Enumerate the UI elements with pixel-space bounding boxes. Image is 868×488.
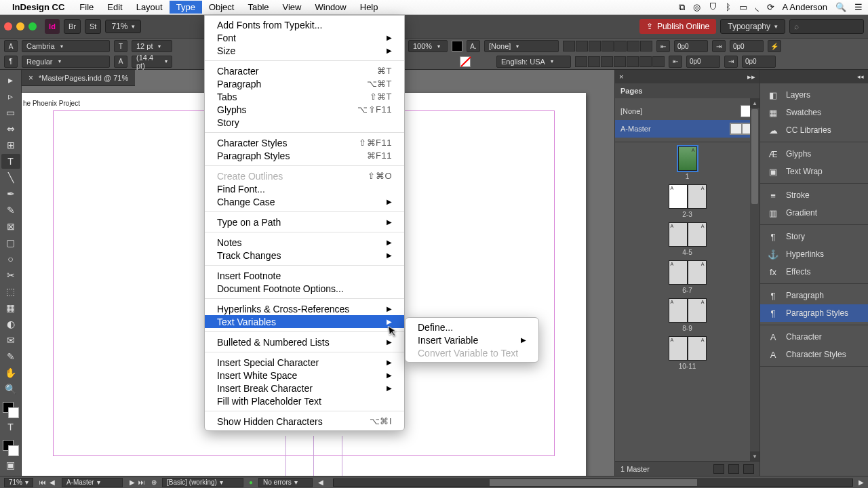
menuitem-character-styles[interactable]: Character Styles⇧⌘F11 [205,136,404,149]
menuitem-paragraph[interactable]: Paragraph⌥⌘T [205,77,404,90]
spread-6-7[interactable]: AA 6-7 [669,260,707,294]
document-tab[interactable]: × *MasterPages.indd @ 71% [22,70,135,86]
menu-help[interactable]: Help [353,1,385,14]
screencast-icon[interactable]: ⧉ [679,2,685,13]
pages-panel-header[interactable]: Pages [615,83,760,98]
panel-glyphs[interactable]: ÆGlyphs [760,145,868,163]
menuitem-find-font[interactable]: Find Font... [205,182,404,195]
stock-button[interactable]: St [85,19,101,34]
master-a[interactable]: A-Master [615,120,760,138]
spread-8-9[interactable]: AA 8-9 [669,298,707,332]
menuitem-type-on-a-path[interactable]: Type on a Path▶ [205,216,404,228]
ellipse-tool[interactable]: ○ [1,251,20,266]
indent-left-input[interactable]: 0p0 [674,40,708,52]
sync-icon[interactable]: ⟳ [767,2,774,12]
master-none[interactable]: [None] [620,102,754,120]
page-nav-fwd[interactable]: ▶⏭ [128,479,146,486]
align-buttons-2[interactable] [575,56,665,67]
charstyle-dropdown[interactable]: [None] [484,40,559,52]
rectangle-frame-tool[interactable]: ⊠ [1,219,20,234]
page-tool[interactable]: ▭ [1,105,20,120]
app-name[interactable]: InDesign CC [12,2,64,12]
submenuitem-insert-variable[interactable]: Insert Variable▶ [406,333,538,346]
zoom-tool[interactable]: 🔍 [1,382,20,396]
scroll-thumb[interactable] [751,109,758,204]
selection-tool[interactable]: ▸ [1,73,20,87]
panel-character-styles[interactable]: ACharacter Styles [760,346,868,363]
publish-online-button[interactable]: ⇪ Publish Online [639,19,716,34]
char-mode-icon[interactable]: A [4,40,18,52]
font-style-dropdown[interactable]: Regular [22,56,110,68]
para-mode-icon[interactable]: ¶ [4,56,18,68]
menuitem-tabs[interactable]: Tabs⇧⌘T [205,90,404,103]
note-tool[interactable]: ✉ [1,333,20,348]
rectangle-tool[interactable]: ▢ [1,235,20,250]
page-nav[interactable]: ⏮◀ [39,479,56,486]
eyedropper-tool[interactable]: ✎ [1,349,20,364]
panel-stroke[interactable]: ≡Stroke [760,186,868,204]
preflight-profile-dropdown[interactable]: [Basic] (working) ▾ [162,478,243,487]
submenuitem-define[interactable]: Define... [406,321,538,333]
menu-object[interactable]: Object [202,1,241,14]
panel-swatches[interactable]: ▦Swatches [760,104,868,121]
dock-collapse-icon[interactable]: ◂◂ [760,70,868,83]
menu-edit[interactable]: Edit [100,1,129,14]
panel-close-icon[interactable]: × [619,73,623,81]
menuitem-document-footnote-options[interactable]: Document Footnote Options... [205,282,404,295]
minimize-window-button[interactable] [16,22,24,30]
help-search-input[interactable]: ⌕ [789,19,864,34]
align-buttons[interactable] [563,41,652,52]
indent-last-input[interactable]: 0p0 [742,56,776,68]
scissors-tool[interactable]: ✂ [1,268,20,283]
menuitem-add-fonts-from-typekit[interactable]: Add Fonts from Typekit... [205,18,404,31]
menu-view[interactable]: View [276,1,309,14]
edit-page-size-button[interactable] [713,464,724,474]
type-tool[interactable]: T [1,154,20,169]
status-zoom-dropdown[interactable]: 71% ▾ [4,478,33,487]
spread-2-3[interactable]: AA 2-3 [669,184,707,218]
gradient-tool[interactable]: ▦ [1,300,20,315]
menuitem-show-hidden-characters[interactable]: Show Hidden Characters⌥⌘I [205,415,404,428]
gap-tool[interactable]: ⇔ [1,121,20,136]
menuitem-character[interactable]: Character⌘T [205,64,404,77]
menuitem-glyphs[interactable]: Glyphs⌥⇧F11 [205,103,404,116]
scroll-down-icon[interactable]: ▼ [750,451,760,461]
menu-window[interactable]: Window [309,1,353,14]
menu-layout[interactable]: Layout [130,1,170,14]
zoom-dropdown[interactable]: 71% [105,20,141,33]
scroll-left-icon[interactable]: ◀ [318,479,323,486]
indent-first-input[interactable]: 0p0 [730,40,764,52]
panel-cc-libraries[interactable]: ☁CC Libraries [760,121,868,139]
bolt-icon[interactable]: ⚡ [768,40,781,52]
stroke-swatch[interactable] [460,56,471,67]
menuitem-bulleted-numbered-lists[interactable]: Bulleted & Numbered Lists▶ [205,336,404,348]
menuitem-notes[interactable]: Notes▶ [205,236,404,249]
panel-story[interactable]: ¶Story [760,228,868,245]
default-colors[interactable] [3,440,19,456]
line-tool[interactable]: ╲ [1,170,20,185]
menu-extras-icon[interactable]: ☰ [854,2,863,12]
menu-table[interactable]: Table [241,1,275,14]
panel-gradient[interactable]: ▥Gradient [760,204,868,222]
workspace-dropdown[interactable]: Typography [720,19,785,34]
menu-file[interactable]: File [73,1,100,14]
fill-stroke-swatches[interactable] [3,402,19,418]
preflight-errors-dropdown[interactable]: No errors ▾ [258,478,313,487]
panel-hyperlinks[interactable]: ⚓Hyperlinks [760,245,868,263]
panel-paragraph-styles[interactable]: ¶Paragraph Styles [760,304,868,322]
shield-icon[interactable]: ⛉ [709,2,717,12]
indent-right-input[interactable]: 0p0 [686,56,720,68]
bridge-button[interactable]: Br [64,19,81,34]
menuitem-insert-white-space[interactable]: Insert White Space▶ [205,369,404,382]
font-size-dropdown[interactable]: 12 pt [132,40,172,52]
pages-list[interactable]: A 1 AA 2-3 AA 4-5 AA 6-7 AA 8-9 AA 10-11 [615,142,760,461]
pen-tool[interactable]: ✒ [1,186,20,201]
menuitem-hyperlinks-cross-references[interactable]: Hyperlinks & Cross-References▶ [205,302,404,315]
pencil-tool[interactable]: ✎ [1,203,20,218]
hand-tool[interactable]: ✋ [1,365,20,380]
content-collector-tool[interactable]: ⊞ [1,138,20,152]
new-page-button[interactable] [728,464,739,474]
leading-dropdown[interactable]: (14.4 pt) [132,56,172,68]
zoom-window-button[interactable] [28,22,37,30]
menuitem-insert-footnote[interactable]: Insert Footnote [205,269,404,282]
